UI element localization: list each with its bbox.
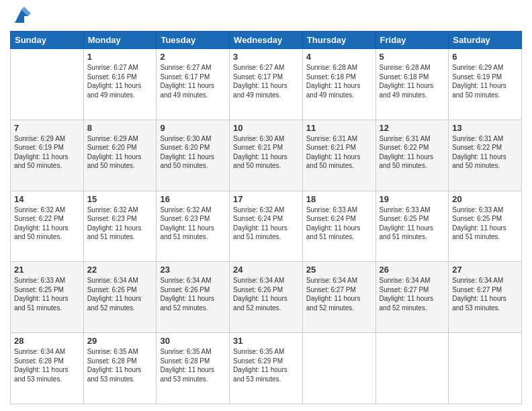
day-info: Sunrise: 6:35 AMSunset: 6:29 PMDaylight:… (233, 347, 299, 383)
calendar-cell: 14Sunrise: 6:32 AMSunset: 6:22 PMDayligh… (11, 191, 84, 262)
day-number: 29 (87, 336, 153, 346)
calendar-cell: 19Sunrise: 6:33 AMSunset: 6:25 PMDayligh… (375, 191, 449, 262)
calendar-cell: 11Sunrise: 6:31 AMSunset: 6:21 PMDayligh… (302, 120, 375, 191)
day-info: Sunrise: 6:27 AMSunset: 6:17 PMDaylight:… (233, 63, 299, 99)
day-number: 17 (233, 194, 299, 204)
day-info: Sunrise: 6:33 AMSunset: 6:25 PMDaylight:… (14, 276, 80, 312)
day-info: Sunrise: 6:32 AMSunset: 6:23 PMDaylight:… (87, 205, 153, 242)
day-number: 21 (14, 265, 80, 275)
day-info: Sunrise: 6:34 AMSunset: 6:26 PMDaylight:… (87, 276, 153, 312)
header (10, 7, 522, 26)
calendar-cell: 1Sunrise: 6:27 AMSunset: 6:16 PMDaylight… (83, 49, 157, 120)
day-number: 27 (452, 265, 518, 275)
day-info: Sunrise: 6:34 AMSunset: 6:26 PMDaylight:… (160, 276, 226, 312)
day-number: 4 (306, 52, 372, 62)
day-info: Sunrise: 6:34 AMSunset: 6:27 PMDaylight:… (452, 276, 518, 312)
day-info: Sunrise: 6:32 AMSunset: 6:24 PMDaylight:… (233, 205, 299, 242)
calendar-header-thursday: Thursday (302, 32, 375, 49)
day-number: 22 (87, 265, 153, 275)
day-number: 19 (380, 194, 445, 204)
day-number: 1 (87, 52, 153, 62)
calendar-header-wednesday: Wednesday (230, 32, 303, 49)
logo-icon (12, 7, 31, 26)
calendar-cell: 13Sunrise: 6:31 AMSunset: 6:22 PMDayligh… (449, 120, 522, 191)
day-info: Sunrise: 6:34 AMSunset: 6:27 PMDaylight:… (380, 276, 445, 312)
day-number: 5 (380, 52, 445, 62)
day-info: Sunrise: 6:29 AMSunset: 6:19 PMDaylight:… (14, 134, 80, 171)
calendar-header-tuesday: Tuesday (157, 32, 230, 49)
day-info: Sunrise: 6:33 AMSunset: 6:25 PMDaylight:… (380, 205, 445, 242)
day-info: Sunrise: 6:30 AMSunset: 6:20 PMDaylight:… (160, 134, 226, 171)
day-info: Sunrise: 6:28 AMSunset: 6:18 PMDaylight:… (380, 63, 445, 99)
day-info: Sunrise: 6:31 AMSunset: 6:22 PMDaylight:… (380, 134, 445, 171)
day-number: 25 (306, 265, 372, 275)
calendar-cell: 29Sunrise: 6:35 AMSunset: 6:28 PMDayligh… (83, 333, 157, 404)
calendar-cell: 8Sunrise: 6:29 AMSunset: 6:20 PMDaylight… (83, 120, 157, 191)
logo (10, 7, 31, 26)
calendar-cell: 5Sunrise: 6:28 AMSunset: 6:18 PMDaylight… (375, 49, 449, 120)
calendar-header-friday: Friday (375, 32, 449, 49)
day-number: 12 (380, 123, 445, 133)
calendar-header-sunday: Sunday (11, 32, 84, 49)
calendar-table: SundayMondayTuesdayWednesdayThursdayFrid… (10, 31, 522, 404)
calendar-cell (449, 333, 522, 404)
calendar-cell: 22Sunrise: 6:34 AMSunset: 6:26 PMDayligh… (83, 262, 157, 333)
day-number: 8 (87, 123, 153, 133)
day-info: Sunrise: 6:34 AMSunset: 6:26 PMDaylight:… (233, 276, 299, 312)
calendar-header-monday: Monday (83, 32, 157, 49)
calendar-week-row: 21Sunrise: 6:33 AMSunset: 6:25 PMDayligh… (11, 262, 522, 333)
calendar-cell: 3Sunrise: 6:27 AMSunset: 6:17 PMDaylight… (230, 49, 303, 120)
calendar-cell: 10Sunrise: 6:30 AMSunset: 6:21 PMDayligh… (230, 120, 303, 191)
day-info: Sunrise: 6:27 AMSunset: 6:17 PMDaylight:… (160, 63, 226, 99)
day-info: Sunrise: 6:32 AMSunset: 6:22 PMDaylight:… (14, 205, 80, 242)
day-number: 2 (160, 52, 226, 62)
calendar-cell: 17Sunrise: 6:32 AMSunset: 6:24 PMDayligh… (230, 191, 303, 262)
day-info: Sunrise: 6:28 AMSunset: 6:18 PMDaylight:… (306, 63, 372, 99)
day-info: Sunrise: 6:29 AMSunset: 6:19 PMDaylight:… (452, 63, 518, 99)
day-info: Sunrise: 6:33 AMSunset: 6:24 PMDaylight:… (306, 205, 372, 242)
calendar-cell: 6Sunrise: 6:29 AMSunset: 6:19 PMDaylight… (449, 49, 522, 120)
day-info: Sunrise: 6:31 AMSunset: 6:21 PMDaylight:… (306, 134, 372, 171)
page: SundayMondayTuesdayWednesdayThursdayFrid… (0, 0, 532, 411)
day-info: Sunrise: 6:30 AMSunset: 6:21 PMDaylight:… (233, 134, 299, 171)
calendar-cell (375, 333, 449, 404)
calendar-cell (11, 49, 84, 120)
day-number: 6 (452, 52, 518, 62)
day-number: 16 (160, 194, 226, 204)
day-number: 18 (306, 194, 372, 204)
calendar-cell: 16Sunrise: 6:32 AMSunset: 6:23 PMDayligh… (157, 191, 230, 262)
day-number: 20 (452, 194, 518, 204)
calendar-header-saturday: Saturday (449, 32, 522, 49)
day-number: 15 (87, 194, 153, 204)
calendar-cell: 24Sunrise: 6:34 AMSunset: 6:26 PMDayligh… (230, 262, 303, 333)
day-number: 9 (160, 123, 226, 133)
calendar-header-row: SundayMondayTuesdayWednesdayThursdayFrid… (11, 32, 522, 49)
calendar-cell: 20Sunrise: 6:33 AMSunset: 6:25 PMDayligh… (449, 191, 522, 262)
day-number: 31 (233, 336, 299, 346)
calendar-cell: 28Sunrise: 6:34 AMSunset: 6:28 PMDayligh… (11, 333, 84, 404)
calendar-week-row: 14Sunrise: 6:32 AMSunset: 6:22 PMDayligh… (11, 191, 522, 262)
day-info: Sunrise: 6:27 AMSunset: 6:16 PMDaylight:… (87, 63, 153, 99)
calendar-week-row: 28Sunrise: 6:34 AMSunset: 6:28 PMDayligh… (11, 333, 522, 404)
calendar-cell: 12Sunrise: 6:31 AMSunset: 6:22 PMDayligh… (375, 120, 449, 191)
day-number: 10 (233, 123, 299, 133)
day-info: Sunrise: 6:35 AMSunset: 6:28 PMDaylight:… (87, 347, 153, 383)
calendar-cell: 23Sunrise: 6:34 AMSunset: 6:26 PMDayligh… (157, 262, 230, 333)
day-number: 24 (233, 265, 299, 275)
day-number: 23 (160, 265, 226, 275)
day-number: 28 (14, 336, 80, 346)
day-number: 11 (306, 123, 372, 133)
day-info: Sunrise: 6:32 AMSunset: 6:23 PMDaylight:… (160, 205, 226, 242)
calendar-week-row: 1Sunrise: 6:27 AMSunset: 6:16 PMDaylight… (11, 49, 522, 120)
calendar-cell: 25Sunrise: 6:34 AMSunset: 6:27 PMDayligh… (302, 262, 375, 333)
day-info: Sunrise: 6:33 AMSunset: 6:25 PMDaylight:… (452, 205, 518, 242)
calendar-cell: 30Sunrise: 6:35 AMSunset: 6:28 PMDayligh… (157, 333, 230, 404)
calendar-cell: 9Sunrise: 6:30 AMSunset: 6:20 PMDaylight… (157, 120, 230, 191)
day-number: 30 (160, 336, 226, 346)
calendar-cell (302, 333, 375, 404)
day-info: Sunrise: 6:34 AMSunset: 6:28 PMDaylight:… (14, 347, 80, 383)
day-info: Sunrise: 6:29 AMSunset: 6:20 PMDaylight:… (87, 134, 153, 171)
calendar-week-row: 7Sunrise: 6:29 AMSunset: 6:19 PMDaylight… (11, 120, 522, 191)
day-number: 14 (14, 194, 80, 204)
calendar-cell: 27Sunrise: 6:34 AMSunset: 6:27 PMDayligh… (449, 262, 522, 333)
